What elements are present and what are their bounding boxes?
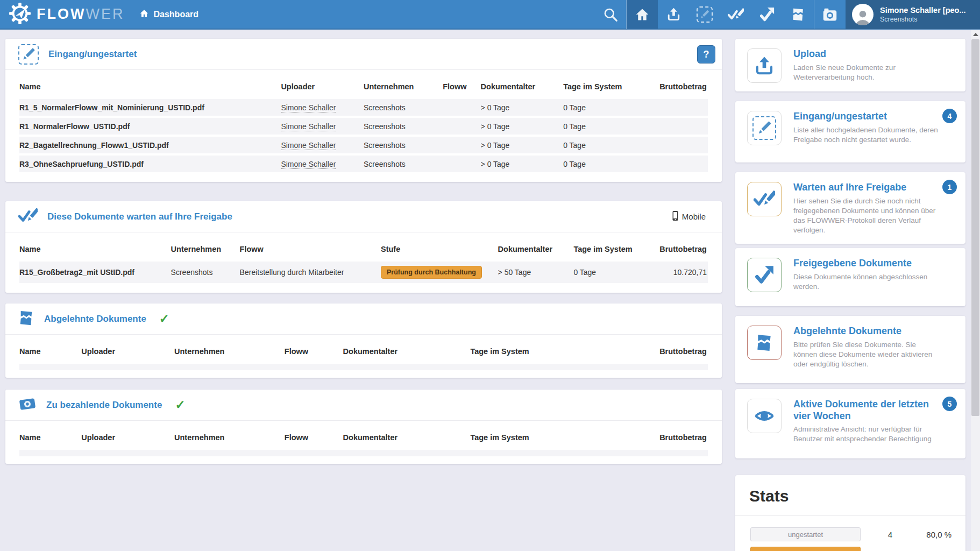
stats-panel: Stats ungestartet 4 80,0 % Stufe 1 1 20,… — [735, 475, 965, 551]
count-badge: 4 — [942, 109, 957, 123]
rejected-torn-document-nav-icon[interactable] — [783, 0, 814, 29]
table-row[interactable]: R3_OhneSachpruefung_USTID.pdf Simone Sch… — [19, 156, 708, 172]
user-avatar-icon — [852, 4, 874, 25]
card-description: Administrative Ansicht: nur verfügbar fü… — [793, 425, 956, 444]
panel-payable-documents: Zu bezahlende Dokumente ✓ Name Uploader … — [5, 390, 722, 464]
active-documents-camera-nav-icon[interactable] — [814, 0, 846, 29]
panel-title: Eingang/ungestartet — [48, 49, 137, 60]
torn-document-icon — [747, 326, 782, 360]
inbox-unstarted-icon — [18, 44, 39, 65]
released-arrow-icon — [747, 258, 782, 292]
card-description: Bitte prüfen Sie diese Dokumente. Sie kö… — [793, 340, 956, 370]
stat-count: 4 — [861, 530, 920, 539]
stat-percent: 80,0 % — [920, 530, 951, 539]
scrollbar-thumb[interactable] — [971, 39, 979, 416]
check-pencil-icon — [747, 182, 782, 216]
card-title: Warten auf Ihre Freigabe — [793, 182, 956, 194]
inbox-unstarted-icon — [747, 111, 782, 145]
empty-table-row — [19, 364, 708, 370]
uploader-link[interactable]: Simone Schaller — [281, 103, 336, 112]
table-row[interactable]: R2_Bagatellrechnung_Floww1_USTID.pdf Sim… — [19, 137, 708, 153]
stats-title: Stats — [749, 487, 951, 505]
check-pencil-icon — [18, 207, 38, 227]
brand-logo[interactable]: FLOWWER — [0, 2, 124, 27]
home-nav-icon[interactable] — [627, 0, 658, 29]
stat-percent: 20,0 % — [920, 549, 951, 551]
top-navbar: FLOWWER Dashboard — [0, 0, 980, 30]
banknote-icon — [18, 396, 37, 414]
card-description: Laden Sie neue Dokumente zur Weiterverar… — [793, 63, 956, 82]
upload-nav-icon[interactable] — [658, 0, 689, 29]
mobile-link[interactable]: Mobile — [672, 210, 706, 223]
count-badge: 1 — [942, 180, 957, 194]
card-title: Aktive Dokumente der letzten vier Wochen — [793, 399, 956, 422]
brand-name: FLOWWER — [37, 6, 124, 23]
panel-title: Diese Dokumente warten auf Ihre Freigabe — [47, 211, 232, 222]
help-button[interactable]: ? — [697, 45, 715, 63]
card-awaiting-approval[interactable]: Warten auf Ihre Freigabe Hier sehen Sie … — [735, 172, 965, 244]
user-name: Simone Schaller [peo... — [880, 6, 966, 15]
stat-bar-ungestartet: ungestartet — [750, 527, 861, 541]
panel-title: Abgelehnte Dokumente — [44, 314, 146, 324]
card-inbox-unstarted[interactable]: Eingang/ungestartet Liste aller hochgela… — [735, 101, 965, 163]
all-clear-check-icon: ✓ — [159, 312, 169, 326]
user-company: Screenshots — [880, 16, 966, 23]
table-row[interactable]: R1_5_NormalerFloww_mit_Nominierung_USTID… — [19, 99, 708, 116]
stage-badge: Prüfung durch Buchhaltung — [381, 266, 482, 279]
count-badge: 5 — [942, 397, 957, 411]
search-icon[interactable] — [595, 0, 626, 29]
stat-count: 1 — [861, 549, 920, 551]
stat-row: ungestartet 4 80,0 % — [749, 527, 951, 541]
table-header: Name Uploader Unternehmen Floww Dokument… — [19, 337, 708, 364]
card-description: Diese Dokumente können abgeschlossen wer… — [793, 272, 956, 292]
card-title: Freigegebene Dokumente — [793, 258, 956, 270]
card-upload[interactable]: Upload Laden Sie neue Dokumente zur Weit… — [735, 39, 965, 91]
scrollbar[interactable] — [971, 30, 980, 551]
table-header: Name Uploader Unternehmen Floww Dokument… — [19, 72, 708, 99]
scrollbar-up-arrow-icon[interactable] — [971, 30, 980, 39]
user-menu[interactable]: Simone Schaller [peo... Screenshots — [846, 0, 980, 29]
approval-check-pencil-nav-icon[interactable] — [720, 0, 751, 29]
empty-table-row — [19, 450, 708, 456]
inbox-unstarted-nav-icon[interactable] — [689, 0, 720, 29]
card-description: Hier sehen Sie die durch Sie noch nicht … — [793, 196, 956, 236]
card-title: Abgelehnte Dokumente — [793, 326, 956, 337]
table-header: Name Uploader Unternehmen Floww Dokument… — [19, 423, 708, 450]
panel-title: Zu bezahlende Dokumente — [46, 400, 162, 411]
gear-plane-logo-icon — [9, 2, 31, 27]
torn-document-icon — [18, 310, 34, 328]
uploader-link[interactable]: Simone Schaller — [281, 141, 336, 150]
upload-icon — [747, 48, 782, 83]
breadcrumb-dashboard[interactable]: Dashboard — [139, 9, 198, 20]
panel-rejected-documents: Abgelehnte Dokumente ✓ Name Uploader Unt… — [5, 303, 722, 378]
card-rejected-documents[interactable]: Abgelehnte Dokumente Bitte prüfen Sie di… — [735, 316, 965, 383]
home-small-icon — [139, 9, 149, 20]
uploader-link[interactable]: Simone Schaller — [281, 160, 336, 169]
table-row[interactable]: R1_NormalerFloww_USTID.pdf Simone Schall… — [19, 118, 708, 135]
all-clear-check-icon: ✓ — [175, 398, 185, 412]
eye-icon — [747, 399, 782, 433]
card-description: Liste aller hochgeladenen Dokumente, der… — [793, 125, 956, 145]
card-title: Eingang/ungestartet — [793, 111, 956, 123]
table-header: Name Unternehmen Floww Stufe Dokumentalt… — [19, 235, 708, 262]
stat-row: Stufe 1 1 20,0 % — [749, 547, 951, 551]
table-row[interactable]: R15_Großbetrag2_mit UStID.pdf Screenshot… — [19, 262, 708, 283]
uploader-link[interactable]: Simone Schaller — [281, 122, 336, 131]
card-title: Upload — [793, 48, 956, 60]
phone-icon — [672, 210, 679, 223]
card-active-documents[interactable]: Aktive Dokumente der letzten vier Wochen… — [735, 389, 965, 458]
stat-bar-stufe-1: Stufe 1 — [750, 547, 861, 551]
card-released-documents[interactable]: Freigegebene Dokumente Diese Dokumente k… — [735, 248, 965, 306]
released-arrow-nav-icon[interactable] — [751, 0, 783, 29]
panel-awaiting-approval: Diese Dokumente warten auf Ihre Freigabe… — [5, 201, 722, 293]
navbar-actions: Simone Schaller [peo... Screenshots — [595, 0, 980, 29]
panel-inbox-unstarted: Eingang/ungestartet ? Name Uploader Unte… — [5, 39, 722, 182]
